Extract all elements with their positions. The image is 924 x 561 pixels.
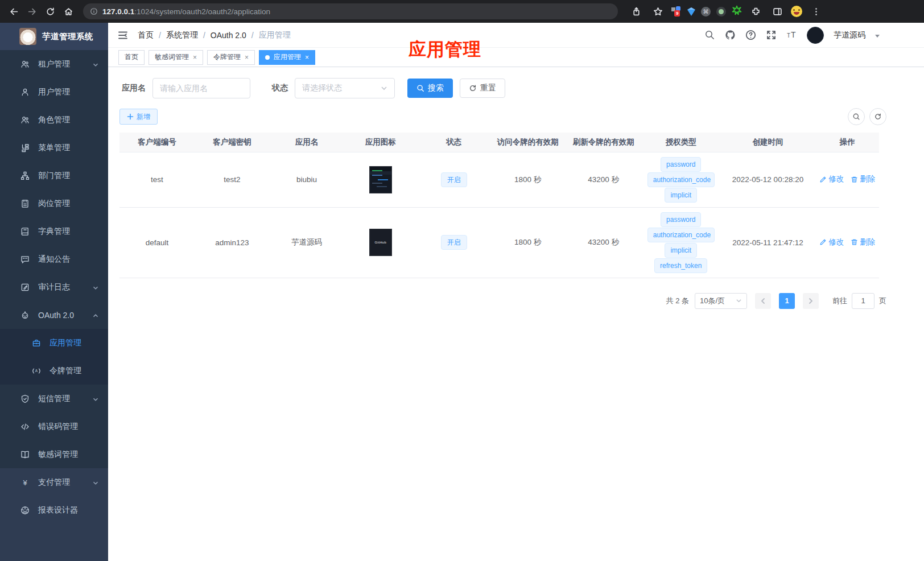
add-button[interactable]: 新增 bbox=[119, 109, 158, 125]
delete-button[interactable]: 删除 bbox=[851, 237, 875, 248]
extension-green-dot-icon[interactable] bbox=[716, 7, 726, 16]
column-header: 授权类型 bbox=[642, 133, 720, 152]
next-page-button[interactable] bbox=[803, 293, 819, 309]
pagination: 共 2 条 10条/页 1 前往 页 bbox=[119, 293, 886, 309]
sidebar-item-岗位管理[interactable]: 岗位管理 bbox=[0, 189, 108, 217]
breadcrumb-item[interactable]: OAuth 2.0 bbox=[211, 31, 246, 40]
goto-page-input[interactable] bbox=[852, 293, 874, 309]
svg-text:A: A bbox=[35, 369, 38, 373]
sidebar-item-用户管理[interactable]: 用户管理 bbox=[0, 78, 108, 106]
chevron-down-icon bbox=[381, 85, 387, 92]
cell-app-icon: GitHub bbox=[344, 207, 418, 278]
logo[interactable]: 芋道管理系统 bbox=[0, 23, 108, 50]
extension-green-star-icon[interactable] bbox=[732, 5, 742, 18]
top-navbar: 首页/系统管理/OAuth 2.0/应用管理 TT 芋道源码 bbox=[108, 23, 924, 48]
refresh-table-button[interactable] bbox=[869, 108, 886, 125]
sidebar-item-字典管理[interactable]: 字典管理 bbox=[0, 217, 108, 245]
cell-app-name: biubiu bbox=[270, 152, 344, 207]
sidebar-item-菜单管理[interactable]: 菜单管理 bbox=[0, 134, 108, 162]
grant-type-tag: authorization_code bbox=[647, 228, 715, 242]
edit-icon bbox=[819, 238, 827, 246]
sidebar-item-label: 字典管理 bbox=[38, 226, 99, 237]
extension-gem-icon[interactable] bbox=[687, 10, 695, 16]
extension-blocks-icon[interactable]: 9 bbox=[671, 6, 682, 16]
browser-menu-icon[interactable] bbox=[808, 3, 824, 19]
edit-button[interactable]: 修改 bbox=[819, 237, 844, 248]
user-dropdown-caret-icon[interactable] bbox=[875, 35, 880, 38]
sidebar-item-短信管理[interactable]: 短信管理 bbox=[0, 385, 108, 412]
chevron-down-icon bbox=[736, 298, 742, 304]
browser-back-icon[interactable] bbox=[6, 3, 22, 19]
share-icon[interactable] bbox=[628, 3, 644, 19]
close-tab-icon[interactable]: × bbox=[305, 54, 309, 61]
profile-avatar-icon[interactable] bbox=[791, 6, 802, 17]
search-icon[interactable] bbox=[704, 30, 715, 40]
sidebar-submenu: 应用管理A令牌管理 bbox=[0, 329, 108, 385]
sidebar-item-支付管理[interactable]: ¥支付管理 bbox=[0, 468, 108, 496]
github-icon[interactable] bbox=[725, 30, 736, 40]
sidebar-item-报表设计器[interactable]: 报表设计器 bbox=[0, 496, 108, 524]
dict-icon bbox=[20, 227, 30, 236]
user-avatar[interactable] bbox=[807, 27, 824, 44]
browser-forward-icon[interactable] bbox=[24, 3, 40, 19]
sidebar-item-应用管理[interactable]: 应用管理 bbox=[0, 329, 108, 357]
cell-client-secret: test2 bbox=[195, 152, 270, 207]
tab-首页[interactable]: 首页 bbox=[118, 50, 145, 65]
prev-page-button[interactable] bbox=[755, 293, 771, 309]
sidebar-item-令牌管理[interactable]: A令牌管理 bbox=[0, 357, 108, 385]
column-header: 刷新令牌的有效期 bbox=[566, 133, 642, 152]
sidebar-item-角色管理[interactable]: 角色管理 bbox=[0, 106, 108, 134]
fullscreen-icon[interactable] bbox=[766, 30, 777, 40]
breadcrumb-item[interactable]: 首页 bbox=[138, 30, 154, 40]
breadcrumb: 首页/系统管理/OAuth 2.0/应用管理 bbox=[138, 30, 291, 40]
tab-应用管理[interactable]: 应用管理× bbox=[259, 50, 315, 65]
browser-home-icon[interactable] bbox=[60, 3, 76, 19]
notice-icon bbox=[20, 255, 30, 264]
sidebar-item-label: 敏感词管理 bbox=[38, 449, 99, 460]
bookmark-star-icon[interactable] bbox=[650, 3, 666, 19]
chevron-down-icon bbox=[92, 479, 99, 486]
breadcrumb-item: 应用管理 bbox=[259, 30, 291, 40]
sidebar-item-错误码管理[interactable]: 错误码管理 bbox=[0, 412, 108, 440]
tab-敏感词管理[interactable]: 敏感词管理× bbox=[148, 50, 203, 65]
browser-reload-icon[interactable] bbox=[42, 3, 58, 19]
app-name-input[interactable] bbox=[152, 78, 250, 98]
current-page-button[interactable]: 1 bbox=[779, 293, 795, 309]
close-tab-icon[interactable]: × bbox=[193, 54, 197, 61]
tab-label: 应用管理 bbox=[274, 52, 301, 62]
close-tab-icon[interactable]: × bbox=[245, 54, 249, 61]
refresh-icon bbox=[469, 84, 477, 92]
page-size-select[interactable]: 10条/页 bbox=[695, 293, 747, 309]
sidebar-item-部门管理[interactable]: 部门管理 bbox=[0, 162, 108, 189]
sidebar-item-审计日志[interactable]: 审计日志 bbox=[0, 273, 108, 301]
sidebar-item-租户管理[interactable]: 租户管理 bbox=[0, 50, 108, 78]
status-select[interactable]: 请选择状态 bbox=[295, 78, 395, 98]
sidebar-item-通知公告[interactable]: 通知公告 bbox=[0, 245, 108, 273]
help-icon[interactable] bbox=[745, 30, 756, 40]
edit-button[interactable]: 修改 bbox=[819, 174, 844, 184]
app-icon-thumbnail: GitHub bbox=[369, 229, 392, 256]
user-icon bbox=[20, 88, 30, 97]
active-tab-dot bbox=[265, 55, 270, 60]
page-info-icon[interactable] bbox=[90, 7, 98, 15]
extension-command-icon[interactable]: ⌘ bbox=[701, 7, 711, 16]
collapse-sidebar-icon[interactable] bbox=[117, 30, 129, 41]
search-button[interactable]: 搜索 bbox=[407, 79, 453, 98]
extensions-puzzle-icon[interactable] bbox=[748, 3, 764, 19]
breadcrumb-item[interactable]: 系统管理 bbox=[166, 30, 198, 40]
browser-chrome: 127.0.0.1:1024/system/oauth2/oauth2/appl… bbox=[0, 0, 924, 23]
tab-令牌管理[interactable]: 令牌管理× bbox=[207, 50, 255, 65]
sidebar-item-敏感词管理[interactable]: 敏感词管理 bbox=[0, 440, 108, 468]
font-size-icon[interactable]: TT bbox=[786, 30, 797, 40]
sidebar-menu: 租户管理用户管理角色管理菜单管理部门管理岗位管理字典管理通知公告审计日志OAut… bbox=[0, 50, 108, 561]
delete-button[interactable]: 删除 bbox=[851, 174, 875, 184]
sidebar-item-OAuth 2.0[interactable]: OAuth 2.0 bbox=[0, 301, 108, 329]
action-label: 删除 bbox=[860, 237, 875, 248]
sidebar-item-label: 应用管理 bbox=[50, 338, 99, 348]
show-search-toggle-button[interactable] bbox=[848, 108, 865, 125]
side-panel-icon[interactable] bbox=[769, 3, 785, 19]
reset-button[interactable]: 重置 bbox=[460, 79, 505, 98]
url-bar[interactable]: 127.0.0.1:1024/system/oauth2/oauth2/appl… bbox=[83, 3, 618, 19]
sidebar: 芋道管理系统 租户管理用户管理角色管理菜单管理部门管理岗位管理字典管理通知公告审… bbox=[0, 23, 108, 561]
sidebar-item-label: OAuth 2.0 bbox=[38, 311, 84, 320]
